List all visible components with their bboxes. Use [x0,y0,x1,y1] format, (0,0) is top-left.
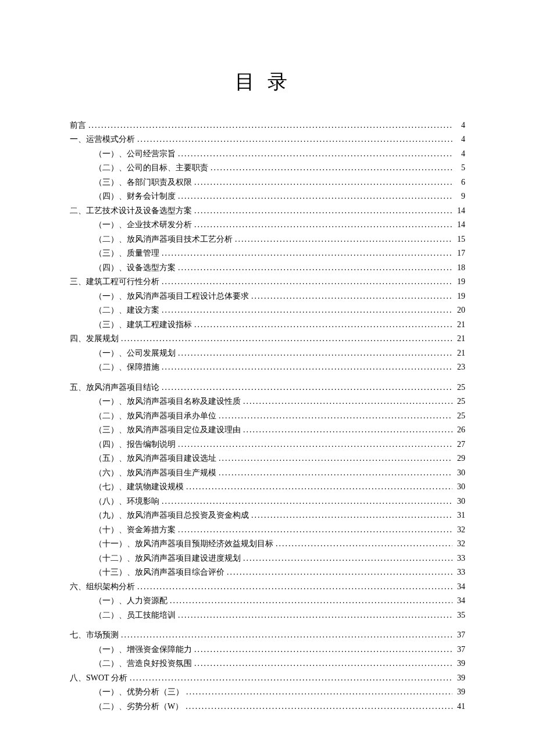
toc-entry-label: 四、发展规划 [70,332,119,346]
toc-entry[interactable]: （一）、企业技术研发分析14 [70,218,465,232]
toc-entry[interactable]: （二）、营造良好投资氛围39 [70,657,465,671]
toc-entry[interactable]: （十一）、放风消声器项目预期经济效益规划目标32 [70,537,465,551]
toc-entry[interactable]: （十）、资金筹措方案32 [70,523,465,538]
toc-entry-page: 21 [455,332,465,346]
toc-entry-page: 30 [455,495,465,509]
toc-entry-label: （一）、增强资金保障能力 [94,643,192,657]
toc-entry-label: 五、放风消声器项目结论 [70,381,159,395]
toc-entry-page: 9 [455,189,465,204]
toc-entry[interactable]: （二）、员工技能培训35 [70,608,465,623]
toc-entry-label: （四）、财务会计制度 [94,189,176,204]
toc-entry-leader [121,628,452,643]
toc-entry-leader [227,565,452,580]
toc-entry[interactable]: （三）、各部门职责及权限6 [70,175,465,190]
toc-entry-label: 七、市场预测 [70,628,119,643]
toc-entry-leader [194,204,452,218]
toc-entry-page: 35 [455,608,465,623]
toc-entry-leader [178,261,452,275]
toc-entry-leader [194,218,452,232]
toc-entry-leader [235,232,452,247]
toc-entry-leader [219,452,452,466]
toc-entry-page: 6 [455,175,465,190]
toc-entry-leader [186,685,452,700]
toc-entry[interactable]: （二）、放风消声器项目承办单位25 [70,409,465,424]
toc-entry[interactable]: 五、放风消声器项目结论25 [70,381,465,395]
toc-entry[interactable]: 八、SWOT 分析39 [70,671,465,686]
toc-entry[interactable]: （一）、优势分析（三）39 [70,685,465,700]
toc-entry-label: （一）、人力资源配 [94,594,167,608]
toc-entry-leader [162,303,452,318]
toc-entry[interactable]: 四、发展规划21 [70,332,465,346]
toc-entry-label: （十三）、放风消声器项目综合评价 [94,565,224,580]
toc-entry-leader [194,175,452,190]
toc-entry-label: 六、组织架构分析 [70,580,135,594]
toc-spacer [70,375,465,381]
toc-entry[interactable]: （五）、放风消声器项目建设选址29 [70,452,465,466]
toc-entry[interactable]: 三、建筑工程可行性分析19 [70,275,465,289]
toc-entry[interactable]: （四）、财务会计制度9 [70,189,465,204]
toc-entry-page: 21 [455,346,465,361]
toc-entry-page: 5 [455,161,465,175]
toc-entry-page: 19 [455,275,465,289]
toc-entry-page: 31 [455,508,465,523]
toc-entry-leader [186,700,452,714]
toc-entry[interactable]: （三）、放风消声器项目定位及建设理由26 [70,423,465,438]
toc-entry-page: 21 [455,318,465,332]
toc-entry-page: 39 [455,671,465,686]
toc-entry-label: （十）、资金筹措方案 [94,523,176,538]
toc-entry-label: （九）、放风消声器项目总投资及资金构成 [94,508,249,523]
toc-entry-page: 15 [455,232,465,247]
toc-entry[interactable]: （十三）、放风消声器项目综合评价33 [70,565,465,580]
toc-entry[interactable]: （四）、设备选型方案18 [70,261,465,275]
toc-entry-label: （三）、放风消声器项目定位及建设理由 [94,423,241,438]
toc-entry-leader [219,409,452,424]
toc-entry-label: （十一）、放风消声器项目预期经济效益规划目标 [94,537,273,551]
toc-entry-label: （一）、放风消声器项目工程设计总体要求 [94,289,249,304]
toc-entry[interactable]: （二）、放风消声器项目技术工艺分析15 [70,232,465,247]
toc-entry[interactable]: （九）、放风消声器项目总投资及资金构成31 [70,508,465,523]
toc-entry[interactable]: 一、运营模式分析4 [70,132,465,147]
toc-entry-label: （四）、报告编制说明 [94,438,176,452]
toc-entry[interactable]: （二）、建设方案20 [70,303,465,318]
toc-entry[interactable]: （一）、放风消声器项目工程设计总体要求19 [70,289,465,304]
toc-entry-leader [178,147,452,162]
toc-entry[interactable]: 七、市场预测37 [70,628,465,643]
toc-entry-label: 三、建筑工程可行性分析 [70,275,159,289]
toc-entry[interactable]: （七）、建筑物建设规模30 [70,480,465,495]
toc-entry[interactable]: （三）、建筑工程建设指标21 [70,318,465,332]
toc-entry-page: 23 [455,360,465,375]
toc-entry[interactable]: （六）、放风消声器项目生产规模30 [70,466,465,481]
toc-entry-leader [178,523,452,538]
toc-entry-page: 4 [455,132,465,147]
toc-entry-label: （八）、环境影响 [94,495,159,509]
toc-entry-label: （三）、质量管理 [94,246,159,261]
toc-entry-label: （二）、营造良好投资氛围 [94,657,192,671]
toc-entry[interactable]: （一）、放风消声器项目名称及建设性质25 [70,395,465,409]
toc-entry[interactable]: （一）、公司发展规划21 [70,346,465,361]
toc-entry-page: 17 [455,246,465,261]
toc-entry-label: （五）、放风消声器项目建设选址 [94,452,216,466]
toc-entry[interactable]: （二）、保障措施23 [70,360,465,375]
toc-spacer [70,622,465,628]
toc-entry-label: （一）、放风消声器项目名称及建设性质 [94,395,241,409]
toc-entry[interactable]: 二、工艺技术设计及设备选型方案14 [70,204,465,218]
toc-entry[interactable]: （二）、公司的目标、主要职责5 [70,161,465,175]
toc-entry-page: 27 [455,438,465,452]
toc-entry-page: 29 [455,452,465,466]
toc-entry[interactable]: （一）、人力资源配34 [70,594,465,608]
toc-entry[interactable]: 六、组织架构分析34 [70,580,465,594]
toc-entry-label: （十二）、放风消声器项目建设进度规划 [94,551,241,566]
toc-entry[interactable]: （二）、劣势分析（W）41 [70,700,465,714]
toc-entry-leader [88,119,452,133]
toc-entry-leader [121,332,452,346]
toc-entry[interactable]: （一）、增强资金保障能力37 [70,643,465,657]
page-title: 目录 [70,69,465,95]
toc-entry[interactable]: （四）、报告编制说明27 [70,438,465,452]
toc-entry[interactable]: 前言4 [70,119,465,133]
toc-entry[interactable]: （十二）、放风消声器项目建设进度规划33 [70,551,465,566]
toc-entry[interactable]: （三）、质量管理17 [70,246,465,261]
toc-entry[interactable]: （八）、环境影响30 [70,495,465,509]
toc-entry-label: （七）、建筑物建设规模 [94,480,184,495]
toc-entry[interactable]: （一）、公司经营宗旨4 [70,147,465,162]
toc-entry-page: 37 [455,643,465,657]
